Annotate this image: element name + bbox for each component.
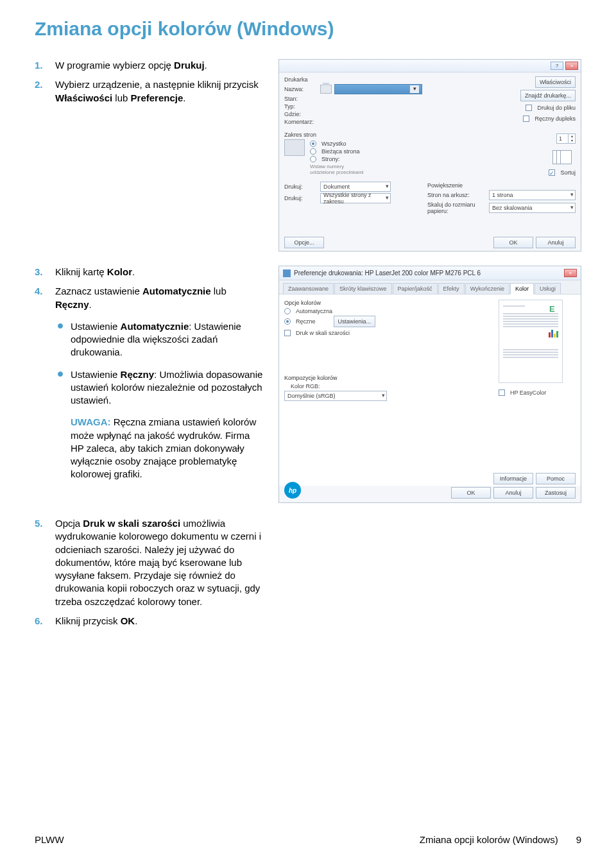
collate-checkbox[interactable] xyxy=(549,169,555,176)
bullet-manual: Ustawienie Ręczny: Umożliwia dopasowanie… xyxy=(58,368,264,407)
grayscale-checkbox[interactable] xyxy=(284,330,291,336)
options-button[interactable]: Opcje... xyxy=(284,237,324,248)
page-title: Zmiana opcji kolorów (Windows) xyxy=(35,18,581,40)
step-2-number: 2. xyxy=(35,78,47,105)
ok-button[interactable]: OK xyxy=(451,487,491,499)
step-1-body: W programie wybierz opcję Drukuj. xyxy=(55,59,264,72)
printer-illustration-icon xyxy=(284,139,305,156)
app-icon xyxy=(283,269,291,277)
tab-services[interactable]: Usługi xyxy=(535,283,561,294)
radio-pages[interactable] xyxy=(310,156,316,162)
step-6-body: Kliknij przycisk OK. xyxy=(55,615,264,628)
footer-page-number: 9 xyxy=(576,834,581,845)
settings-button[interactable]: Ustawienia... xyxy=(334,316,376,327)
bullet-icon xyxy=(58,323,63,329)
step-4-body: Zaznacz ustawienie Automatycznie lub Ręc… xyxy=(55,285,264,311)
radio-current[interactable] xyxy=(310,148,316,155)
name-label: Nazwa: xyxy=(284,86,318,92)
bullet-icon xyxy=(58,372,63,377)
printer-select[interactable] xyxy=(334,84,422,94)
scale-label: Skaluj do rozmiaru papieru: xyxy=(427,201,486,214)
print-what-label: Drukuj: xyxy=(284,184,318,190)
collate-icon xyxy=(552,150,576,164)
printer-group-label: Drukarka xyxy=(284,76,422,83)
apply-button[interactable]: Zastosuj xyxy=(536,487,576,499)
tab-paper-quality[interactable]: Papier/jakość xyxy=(393,283,438,294)
color-options-group: Opcje kolorów xyxy=(284,300,493,306)
easycolor-checkbox[interactable] xyxy=(499,389,505,396)
printer-icon xyxy=(320,85,332,94)
footer-left: PLWW xyxy=(35,834,64,845)
note: UWAGA: Ręczna zmiana ustawień kolorów mo… xyxy=(71,416,264,481)
scope-group-label: Zakres stron xyxy=(284,132,422,138)
radio-all[interactable] xyxy=(310,141,316,147)
print-range-label: Drukuj: xyxy=(284,195,318,201)
comment-label: Komentarz: xyxy=(284,119,318,125)
print-what-select[interactable]: Dokument xyxy=(320,182,391,192)
step-4-number: 4. xyxy=(35,285,47,311)
dialog-titlebar: ? × xyxy=(279,60,581,73)
composition-group: Kompozycje kolorów xyxy=(284,375,493,381)
tab-advanced[interactable]: Zaawansowane xyxy=(283,283,334,294)
tab-shortcuts[interactable]: Skróty klawiszowe xyxy=(334,283,392,294)
bullet-automatic: Ustawienie Automatycznie: Ustawienie odp… xyxy=(58,320,264,359)
state-label: Stan: xyxy=(284,96,318,102)
tab-color[interactable]: Kolor xyxy=(510,283,534,295)
preferences-dialog-screenshot: Preferencje drukowania: HP LaserJet 200 … xyxy=(278,266,581,503)
tab-effects[interactable]: Efekty xyxy=(438,283,465,294)
find-printer-button[interactable]: Znajdź drukarkę... xyxy=(520,90,576,101)
rgb-color-select[interactable]: Domyślnie (sRGB) xyxy=(284,391,387,401)
radio-manual[interactable] xyxy=(284,318,291,325)
step-3-number: 3. xyxy=(35,266,47,278)
step-5-number: 5. xyxy=(35,517,47,608)
ok-button[interactable]: OK xyxy=(493,237,533,248)
info-button[interactable]: Informacje xyxy=(493,473,533,484)
print-dialog-screenshot: ? × Drukarka Nazwa: Stan: Typ: Gdzie: xyxy=(278,59,581,252)
pps-select[interactable]: 1 strona xyxy=(489,190,576,200)
step-1-number: 1. xyxy=(35,59,47,72)
where-label: Gdzie: xyxy=(284,111,318,117)
step-2-body: Wybierz urządzenie, a następnie kliknij … xyxy=(55,78,264,105)
help-button[interactable]: Pomoc xyxy=(536,473,576,484)
document-preview: E xyxy=(499,300,563,383)
footer-center: Zmiana opcji kolorów (Windows) xyxy=(420,834,558,845)
type-label: Typ: xyxy=(284,103,318,110)
tab-strip: Zaawansowane Skróty klawiszowe Papier/ja… xyxy=(279,280,581,295)
help-icon[interactable]: ? xyxy=(551,62,563,70)
tab-finishing[interactable]: Wykończenie xyxy=(465,283,509,294)
preview-chart-icon xyxy=(549,330,558,338)
print-to-file-checkbox[interactable] xyxy=(526,105,532,111)
preview-e-icon: E xyxy=(549,304,558,313)
radio-auto[interactable] xyxy=(284,308,291,314)
cancel-button[interactable]: Anuluj xyxy=(536,237,576,248)
step-5-body: Opcja Druk w skali szarości umożliwia wy… xyxy=(55,517,264,608)
close-icon[interactable]: × xyxy=(564,269,577,277)
print-range-select[interactable]: Wszystkie strony z zakresu xyxy=(320,193,391,203)
scale-select[interactable]: Bez skalowania xyxy=(489,203,576,213)
zoom-group-label: Powiększenie xyxy=(427,182,576,189)
dialog-title: Preferencje drukowania: HP LaserJet 200 … xyxy=(294,269,561,277)
page-footer: PLWW Zmiana opcji kolorów (Windows) 9 xyxy=(35,834,581,845)
manual-duplex-checkbox[interactable] xyxy=(523,115,529,122)
properties-button[interactable]: Właściwości xyxy=(535,76,576,88)
scope-note: Wstaw numeryoddzielone przecinkami xyxy=(310,164,364,175)
close-icon[interactable]: × xyxy=(565,62,578,70)
copies-spinner[interactable]: 1 xyxy=(556,133,576,144)
pps-label: Stron na arkusz: xyxy=(427,192,486,198)
hp-logo-icon: hp xyxy=(284,482,301,499)
step-3-body: Kliknij kartę Kolor. xyxy=(55,266,264,278)
step-6-number: 6. xyxy=(35,615,47,628)
cancel-button[interactable]: Anuluj xyxy=(493,487,533,499)
